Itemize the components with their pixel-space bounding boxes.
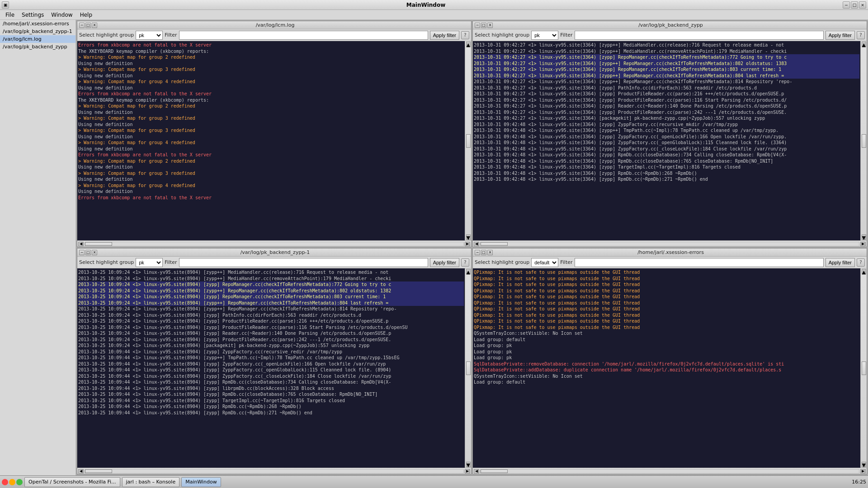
apply-filter-button-1[interactable]: Apply filter (826, 31, 855, 40)
pane-maximize-2[interactable]: □ (85, 250, 91, 255)
hscroll-thumb-3[interactable] (481, 469, 508, 473)
pane-minimize-3[interactable]: − (475, 250, 480, 255)
pane-maximize-0[interactable]: □ (85, 23, 91, 28)
hscroll-track-0[interactable] (85, 242, 464, 246)
taskbar-mainwindow[interactable]: MainWindow (181, 477, 221, 487)
log-content-1[interactable]: 2013-10-31 09:42:27 <1> linux-yv95.site(… (473, 41, 860, 240)
maximize-button[interactable]: □ (851, 1, 858, 9)
log-line: Using new definition (78, 146, 464, 152)
log-line: Errors from xkbcomp are not fatal to the… (78, 195, 464, 201)
log-line: 2013-10-31 09:42:48 <1> linux-yv95.site(… (474, 170, 859, 177)
filter-select-1[interactable]: pk default pk (531, 31, 558, 40)
vscroll-up-2[interactable]: ▲ (466, 269, 471, 274)
hscroll-left-1[interactable]: ◀ (474, 242, 479, 246)
sidebar-item-lcm[interactable]: /var/log/lcm.log (0, 35, 75, 43)
vscroll-thumb-0[interactable] (466, 134, 471, 148)
pane-minimize-2[interactable]: − (79, 250, 85, 255)
log-line: > Warning: Compat map for group 4 redefi… (78, 79, 464, 85)
log-line: Using new definition (78, 85, 464, 91)
log-line: 2013-10-31 09:42:27 <1> linux-yv95.site(… (474, 109, 859, 116)
vscroll-thumb-2[interactable] (466, 361, 471, 375)
taskbar-konsole[interactable]: jarl : bash – Konsole (122, 477, 180, 487)
close-button[interactable]: × (859, 1, 866, 9)
filter-input-0[interactable] (179, 31, 428, 40)
log-line: 2013-10-25 10:09:24 <1> linux-yv95.site(… (78, 282, 464, 288)
filter-select-3[interactable]: default default pk (531, 258, 558, 267)
pane-close-3[interactable]: × (487, 250, 493, 255)
vscroll-thumb-3[interactable] (862, 361, 866, 375)
vscroll-down-2[interactable]: ▼ (466, 462, 471, 467)
menu-settings[interactable]: Settings (18, 11, 47, 19)
log-line: QPixmap: It is not safe to use pixmaps o… (474, 288, 859, 294)
hscroll-left-2[interactable]: ◀ (78, 469, 84, 474)
pane-close-0[interactable]: × (92, 23, 97, 28)
hscrollbar-0[interactable]: ◀ ▶ (77, 240, 471, 247)
pane-minimize-0[interactable]: − (79, 23, 85, 28)
vscroll-thumb-1[interactable] (862, 134, 866, 148)
filter-select-0[interactable]: pk default pk (136, 31, 163, 40)
log-line: 2013-10-31 09:42:27 <1> linux-yv95.site(… (474, 54, 859, 61)
apply-filter-button-0[interactable]: Apply filter (430, 31, 459, 40)
log-line: Using new definition (78, 61, 464, 67)
pane-maximize-1[interactable]: □ (481, 23, 486, 28)
filter-input-2[interactable] (179, 258, 428, 267)
hscrollbar-3[interactable]: ◀ ▶ (473, 468, 867, 474)
vscrollbar-2[interactable]: ▲ ▼ (465, 268, 471, 468)
filter-input-3[interactable] (575, 258, 824, 267)
info-button-3[interactable]: ? (857, 258, 865, 267)
hscroll-thumb-2[interactable] (85, 469, 112, 473)
vscroll-up-3[interactable]: ▲ (862, 269, 866, 274)
minimize-button[interactable]: − (843, 1, 850, 9)
vscrollbar-3[interactable]: ▲ ▼ (860, 268, 867, 468)
vscroll-down-3[interactable]: ▼ (862, 462, 866, 467)
filter-input-1[interactable] (575, 31, 824, 40)
hscroll-right-2[interactable]: ▶ (465, 469, 470, 474)
pane-close-1[interactable]: × (487, 23, 493, 28)
sidebar-item-pk-backend-zypp-1[interactable]: /var/log/pk_backend_zypp-1 (0, 28, 75, 35)
hscroll-right-0[interactable]: ▶ (465, 242, 470, 246)
log-line: > Warning: Compat map for group 2 redefi… (78, 54, 464, 61)
log-line: Load group: default (474, 337, 859, 343)
sidebar-item-xsession[interactable]: /home/jarl/.xsession-errors (0, 20, 75, 28)
taskbar-firefox[interactable]: OpenTal / Screenshots - Mozilla Fi... (24, 477, 120, 487)
hscroll-left-3[interactable]: ◀ (474, 469, 479, 474)
filter-select-2[interactable]: pk default pk (136, 258, 163, 267)
menu-window[interactable]: Window (47, 11, 76, 19)
apply-filter-button-2[interactable]: Apply filter (430, 258, 459, 267)
vscroll-down-1[interactable]: ▼ (862, 235, 866, 240)
pane-close-2[interactable]: × (92, 250, 97, 255)
log-line: 2013-10-31 09:42:48 <1> linux-yv95.site(… (474, 146, 859, 152)
sidebar-item-pk-backend-zypp[interactable]: /var/log/pk_backend_zypp (0, 43, 75, 51)
menu-help[interactable]: Help (76, 11, 96, 19)
info-button-2[interactable]: ? (461, 258, 469, 267)
menu-file[interactable]: File (2, 11, 18, 19)
hscroll-track-1[interactable] (480, 242, 859, 246)
vscroll-up-0[interactable]: ▲ (466, 42, 471, 47)
log-line: 2013-10-25 10:09:24 <1> linux-yv95.site(… (78, 276, 464, 282)
hscroll-track-3[interactable] (480, 469, 859, 474)
info-button-1[interactable]: ? (857, 31, 865, 39)
log-content-3[interactable]: QPixmap: It is not safe to use pixmaps o… (473, 268, 860, 468)
hscroll-track-2[interactable] (85, 469, 464, 474)
hscroll-right-1[interactable]: ▶ (860, 242, 866, 246)
log-line: 2013-10-31 09:42:27 <1> linux-yv95.site(… (474, 48, 859, 55)
hscrollbar-1[interactable]: ◀ ▶ (473, 240, 867, 247)
vscrollbar-1[interactable]: ▲ ▼ (860, 41, 867, 240)
pane-minimize-1[interactable]: − (475, 23, 480, 28)
hscroll-thumb-1[interactable] (481, 242, 508, 246)
log-content-2[interactable]: 2013-10-25 10:09:24 <1> linux-yv95.site(… (77, 268, 465, 468)
log-line: QPixmap: It is not safe to use pixmaps o… (474, 276, 859, 282)
vscrollbar-0[interactable]: ▲ ▼ (465, 41, 471, 240)
hscroll-thumb-0[interactable] (85, 242, 112, 246)
hscrollbar-2[interactable]: ◀ ▶ (77, 468, 471, 474)
apply-filter-button-3[interactable]: Apply filter (826, 258, 855, 267)
log-line: Using new definition (78, 134, 464, 140)
pane-maximize-3[interactable]: □ (481, 250, 486, 255)
info-button-0[interactable]: ? (461, 31, 469, 39)
hscroll-left-0[interactable]: ◀ (78, 242, 84, 246)
log-content-0[interactable]: Errors from xkbcomp are not fatal to the… (77, 41, 465, 240)
vscroll-down-0[interactable]: ▼ (466, 235, 471, 240)
hscroll-right-3[interactable]: ▶ (860, 469, 866, 474)
vscroll-up-1[interactable]: ▲ (862, 42, 866, 47)
sidebar: /home/jarl/.xsession-errors /var/log/pk_… (0, 20, 76, 475)
